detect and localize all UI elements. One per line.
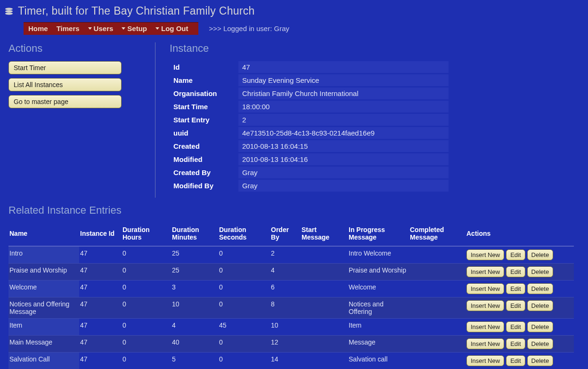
value-modified-by: Gray bbox=[238, 179, 449, 193]
cell-sm bbox=[301, 353, 348, 369]
cell-iid: 47 bbox=[79, 297, 122, 319]
edit-button[interactable]: Edit bbox=[506, 283, 525, 294]
insert-new-button[interactable]: Insert New bbox=[466, 300, 504, 311]
nav-logout[interactable]: Log Out bbox=[155, 24, 188, 32]
nav-home[interactable]: Home bbox=[28, 24, 48, 32]
cell-name: Praise and Worship bbox=[8, 264, 79, 281]
label-org: Organisation bbox=[170, 87, 238, 100]
cell-sm bbox=[301, 264, 348, 281]
entries-table: Name Instance Id Duration Hours Duration… bbox=[8, 223, 574, 369]
cell-ob: 14 bbox=[270, 353, 301, 369]
insert-new-button[interactable]: Insert New bbox=[466, 283, 504, 294]
label-created-by: Created By bbox=[170, 166, 238, 179]
edit-button[interactable]: Edit bbox=[506, 338, 525, 349]
svg-point-2 bbox=[5, 12, 13, 15]
edit-button[interactable]: Edit bbox=[506, 355, 525, 366]
nav-setup[interactable]: Setup bbox=[122, 24, 147, 32]
instance-details: Id47 NameSunday Evening Service Organisa… bbox=[170, 61, 449, 193]
col-duration-seconds: Duration Seconds bbox=[218, 223, 270, 246]
cell-cm bbox=[409, 336, 466, 353]
nav-logout-label: Log Out bbox=[161, 24, 188, 32]
cell-ob: 4 bbox=[270, 264, 301, 281]
delete-button[interactable]: Delete bbox=[527, 249, 554, 260]
cell-ip: Message bbox=[348, 336, 409, 353]
page-title: Timer, built for The Bay Christian Famil… bbox=[18, 5, 255, 17]
nav-users-label: Users bbox=[94, 24, 114, 32]
col-duration-minutes: Duration Minutes bbox=[171, 223, 218, 246]
delete-button[interactable]: Delete bbox=[527, 321, 554, 332]
cell-dh: 0 bbox=[122, 353, 171, 369]
col-name: Name bbox=[8, 223, 79, 246]
cell-actions: Insert NewEditDelete bbox=[466, 297, 574, 319]
label-modified-by: Modified By bbox=[170, 179, 238, 193]
value-start-time: 18:00:00 bbox=[238, 100, 449, 113]
master-page-button[interactable]: Go to master page bbox=[8, 95, 122, 108]
cell-sm bbox=[301, 336, 348, 353]
start-timer-button[interactable]: Start Timer bbox=[8, 61, 122, 74]
cell-cm bbox=[409, 297, 466, 319]
cell-iid: 47 bbox=[79, 281, 122, 297]
cell-dh: 0 bbox=[122, 336, 171, 353]
cell-sm bbox=[301, 297, 348, 319]
col-start-message: Start Message bbox=[301, 223, 348, 246]
main-nav: Home Timers Users Setup Log Out bbox=[24, 22, 198, 35]
value-name: Sunday Evening Service bbox=[238, 74, 449, 87]
table-row: Praise and Worship4702504Praise and Wors… bbox=[8, 264, 574, 281]
cell-cm bbox=[409, 353, 466, 369]
related-heading: Related Instance Entries bbox=[8, 204, 580, 217]
delete-button[interactable]: Delete bbox=[527, 300, 554, 311]
delete-button[interactable]: Delete bbox=[527, 338, 554, 349]
value-created-by: Gray bbox=[238, 166, 449, 179]
cell-dh: 0 bbox=[122, 319, 171, 336]
label-start-time: Start Time bbox=[170, 100, 238, 113]
cell-actions: Insert NewEditDelete bbox=[466, 353, 574, 369]
list-instances-button[interactable]: List All Instances bbox=[8, 78, 122, 91]
cell-ip: Salvation call bbox=[348, 353, 409, 369]
cell-dm: 4 bbox=[171, 319, 218, 336]
cell-cm bbox=[409, 246, 466, 264]
cell-iid: 47 bbox=[79, 246, 122, 264]
edit-button[interactable]: Edit bbox=[506, 249, 525, 260]
cell-iid: 47 bbox=[79, 336, 122, 353]
col-duration-hours: Duration Hours bbox=[122, 223, 171, 246]
insert-new-button[interactable]: Insert New bbox=[466, 338, 504, 349]
cell-cm bbox=[409, 264, 466, 281]
cell-ds: 0 bbox=[218, 246, 270, 264]
label-start-entry: Start Entry bbox=[170, 113, 238, 127]
cell-iid: 47 bbox=[79, 353, 122, 369]
delete-button[interactable]: Delete bbox=[527, 355, 554, 366]
table-row: Intro4702502Intro WelcomeInsert NewEditD… bbox=[8, 246, 574, 264]
edit-button[interactable]: Edit bbox=[506, 300, 525, 311]
delete-button[interactable]: Delete bbox=[527, 266, 554, 277]
nav-setup-label: Setup bbox=[127, 24, 147, 32]
cell-ds: 0 bbox=[218, 336, 270, 353]
chevron-down-icon bbox=[88, 27, 92, 30]
insert-new-button[interactable]: Insert New bbox=[466, 321, 504, 332]
col-instance-id: Instance Id bbox=[79, 223, 122, 246]
nav-timers[interactable]: Timers bbox=[57, 24, 80, 32]
svg-point-0 bbox=[5, 8, 13, 10]
cell-dh: 0 bbox=[122, 246, 171, 264]
insert-new-button[interactable]: Insert New bbox=[466, 266, 504, 277]
edit-button[interactable]: Edit bbox=[506, 266, 525, 277]
label-modified: Modified bbox=[170, 153, 238, 166]
cell-dm: 40 bbox=[171, 336, 218, 353]
delete-button[interactable]: Delete bbox=[527, 283, 554, 294]
nav-users[interactable]: Users bbox=[88, 24, 114, 32]
cell-name: Notices and Offering Message bbox=[8, 297, 79, 319]
edit-button[interactable]: Edit bbox=[506, 321, 525, 332]
cell-name: Welcome bbox=[8, 281, 79, 297]
logged-in-user: >>> Logged in user: Gray bbox=[209, 24, 289, 32]
table-row: Salvation Call4705014Salvation callInser… bbox=[8, 353, 574, 369]
label-uuid: uuid bbox=[170, 127, 238, 140]
cell-dh: 0 bbox=[122, 297, 171, 319]
chevron-down-icon bbox=[122, 27, 125, 30]
cell-ob: 2 bbox=[270, 246, 301, 264]
svg-point-1 bbox=[5, 10, 13, 12]
col-order-by: Order By bbox=[270, 223, 301, 246]
cell-ob: 12 bbox=[270, 336, 301, 353]
cell-name: Salvation Call bbox=[8, 353, 79, 369]
insert-new-button[interactable]: Insert New bbox=[466, 249, 504, 260]
cell-name: Item bbox=[8, 319, 79, 336]
insert-new-button[interactable]: Insert New bbox=[466, 355, 504, 366]
